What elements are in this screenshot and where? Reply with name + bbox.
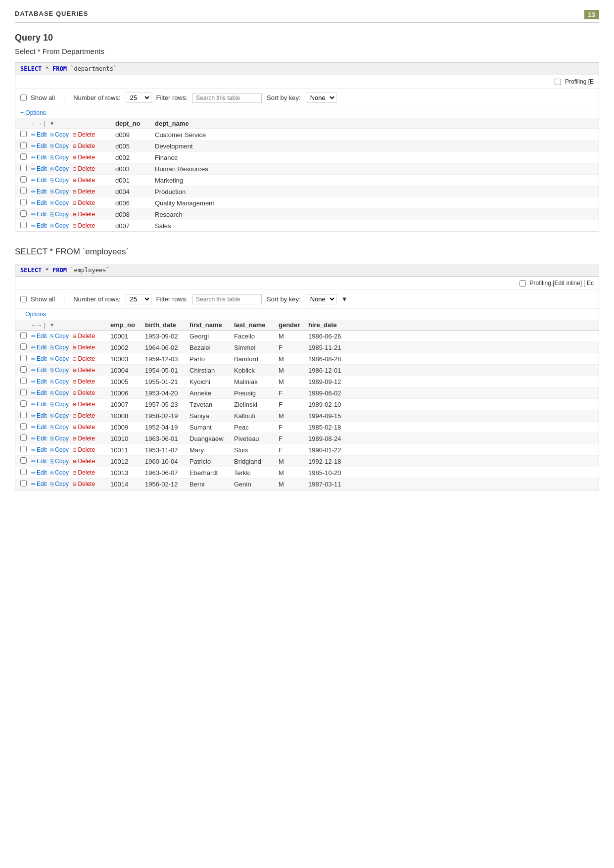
- delete-link[interactable]: ⊖ Delete: [72, 199, 95, 206]
- delete-link[interactable]: ⊖ Delete: [72, 446, 95, 453]
- delete-link[interactable]: ⊖ Delete: [72, 458, 95, 465]
- row-checkbox[interactable]: [20, 210, 27, 217]
- row-checkbox[interactable]: [20, 142, 27, 148]
- emp-nav-right-btn[interactable]: →: [37, 322, 42, 328]
- edit-link[interactable]: ✏ Edit: [31, 412, 47, 419]
- copy-link[interactable]: ⎘ Copy: [50, 154, 69, 161]
- row-checkbox[interactable]: [20, 434, 27, 441]
- edit-link[interactable]: ✏ Edit: [31, 435, 47, 442]
- copy-link[interactable]: ⎘ Copy: [50, 435, 69, 442]
- row-checkbox[interactable]: [20, 389, 27, 395]
- row-checkbox[interactable]: [20, 153, 27, 160]
- delete-link[interactable]: ⊖ Delete: [72, 424, 95, 431]
- row-checkbox[interactable]: [20, 412, 27, 418]
- emp-profiling-label[interactable]: Profiling [Edit inline] [ Ec: [520, 280, 594, 287]
- copy-link[interactable]: ⎘ Copy: [50, 211, 69, 218]
- copy-link[interactable]: ⎘ Copy: [50, 458, 69, 465]
- edit-link[interactable]: ✏ Edit: [31, 165, 47, 172]
- copy-link[interactable]: ⎘ Copy: [50, 143, 69, 149]
- edit-link[interactable]: ✏ Edit: [31, 469, 47, 476]
- edit-link[interactable]: ✏ Edit: [31, 355, 47, 362]
- filter-input[interactable]: [192, 93, 262, 103]
- emp-filter-input[interactable]: [192, 294, 262, 304]
- edit-link[interactable]: ✏ Edit: [31, 211, 47, 218]
- edit-link[interactable]: ✏ Edit: [31, 401, 47, 408]
- row-checkbox[interactable]: [20, 165, 27, 171]
- emp-num-rows-select[interactable]: 25 50 100: [126, 294, 151, 304]
- edit-link[interactable]: ✏ Edit: [31, 143, 47, 149]
- row-checkbox[interactable]: [20, 366, 27, 373]
- row-checkbox[interactable]: [20, 343, 27, 350]
- nav-left-btn[interactable]: ←: [31, 121, 37, 127]
- copy-link[interactable]: ⎘ Copy: [50, 131, 69, 138]
- row-checkbox[interactable]: [20, 469, 27, 475]
- sort-select[interactable]: None: [306, 93, 336, 103]
- row-checkbox[interactable]: [20, 457, 27, 464]
- copy-link[interactable]: ⎘ Copy: [50, 165, 69, 172]
- copy-link[interactable]: ⎘ Copy: [50, 177, 69, 184]
- copy-link[interactable]: ⎘ Copy: [50, 446, 69, 453]
- edit-link[interactable]: ✏ Edit: [31, 333, 47, 339]
- row-checkbox[interactable]: [20, 378, 27, 384]
- show-all-label[interactable]: Show all: [20, 94, 55, 101]
- copy-link[interactable]: ⎘ Copy: [50, 355, 69, 362]
- edit-link[interactable]: ✏ Edit: [31, 378, 47, 385]
- show-all-checkbox[interactable]: [20, 95, 27, 101]
- edit-link[interactable]: ✏ Edit: [31, 131, 47, 138]
- edit-link[interactable]: ✏ Edit: [31, 367, 47, 374]
- copy-link[interactable]: ⎘ Copy: [50, 344, 69, 351]
- copy-link[interactable]: ⎘ Copy: [50, 412, 69, 419]
- copy-link[interactable]: ⎘ Copy: [50, 222, 69, 229]
- employees-options[interactable]: + Options: [15, 309, 599, 320]
- delete-link[interactable]: ⊖ Delete: [72, 211, 95, 218]
- delete-link[interactable]: ⊖ Delete: [72, 165, 95, 172]
- copy-link[interactable]: ⎘ Copy: [50, 389, 69, 396]
- emp-show-all-label[interactable]: Show all: [20, 295, 55, 303]
- row-checkbox[interactable]: [20, 199, 27, 205]
- delete-link[interactable]: ⊖ Delete: [72, 143, 95, 149]
- copy-link[interactable]: ⎘ Copy: [50, 333, 69, 339]
- delete-link[interactable]: ⊖ Delete: [72, 481, 95, 487]
- copy-link[interactable]: ⎘ Copy: [50, 199, 69, 206]
- copy-link[interactable]: ⎘ Copy: [50, 367, 69, 374]
- edit-link[interactable]: ✏ Edit: [31, 154, 47, 161]
- delete-link[interactable]: ⊖ Delete: [72, 222, 95, 229]
- delete-link[interactable]: ⊖ Delete: [72, 344, 95, 351]
- row-checkbox[interactable]: [20, 332, 27, 338]
- row-checkbox[interactable]: [20, 423, 27, 430]
- num-rows-select[interactable]: 25 50 100: [126, 93, 151, 103]
- edit-link[interactable]: ✏ Edit: [31, 222, 47, 229]
- copy-link[interactable]: ⎘ Copy: [50, 424, 69, 431]
- delete-link[interactable]: ⊖ Delete: [72, 378, 95, 385]
- copy-link[interactable]: ⎘ Copy: [50, 481, 69, 487]
- delete-link[interactable]: ⊖ Delete: [72, 131, 95, 138]
- delete-link[interactable]: ⊖ Delete: [72, 177, 95, 184]
- edit-link[interactable]: ✏ Edit: [31, 446, 47, 453]
- copy-link[interactable]: ⎘ Copy: [50, 469, 69, 476]
- delete-link[interactable]: ⊖ Delete: [72, 188, 95, 195]
- edit-link[interactable]: ✏ Edit: [31, 199, 47, 206]
- copy-link[interactable]: ⎘ Copy: [50, 188, 69, 195]
- row-checkbox[interactable]: [20, 446, 27, 452]
- delete-link[interactable]: ⊖ Delete: [72, 333, 95, 339]
- delete-link[interactable]: ⊖ Delete: [72, 435, 95, 442]
- delete-link[interactable]: ⊖ Delete: [72, 355, 95, 362]
- row-checkbox[interactable]: [20, 131, 27, 137]
- emp-show-all-checkbox[interactable]: [20, 296, 27, 302]
- edit-link[interactable]: ✏ Edit: [31, 344, 47, 351]
- copy-link[interactable]: ⎘ Copy: [50, 401, 69, 408]
- delete-link[interactable]: ⊖ Delete: [72, 154, 95, 161]
- emp-profiling-checkbox[interactable]: [520, 280, 526, 287]
- edit-link[interactable]: ✏ Edit: [31, 458, 47, 465]
- copy-link[interactable]: ⎘ Copy: [50, 378, 69, 385]
- edit-link[interactable]: ✏ Edit: [31, 481, 47, 487]
- delete-link[interactable]: ⊖ Delete: [72, 469, 95, 476]
- edit-link[interactable]: ✏ Edit: [31, 424, 47, 431]
- row-checkbox[interactable]: [20, 400, 27, 407]
- profiling-checkbox-label[interactable]: Profiling [E: [555, 78, 594, 85]
- row-checkbox[interactable]: [20, 222, 27, 228]
- edit-link[interactable]: ✏ Edit: [31, 389, 47, 396]
- delete-link[interactable]: ⊖ Delete: [72, 401, 95, 408]
- departments-options[interactable]: + Options: [15, 107, 599, 118]
- edit-link[interactable]: ✏ Edit: [31, 177, 47, 184]
